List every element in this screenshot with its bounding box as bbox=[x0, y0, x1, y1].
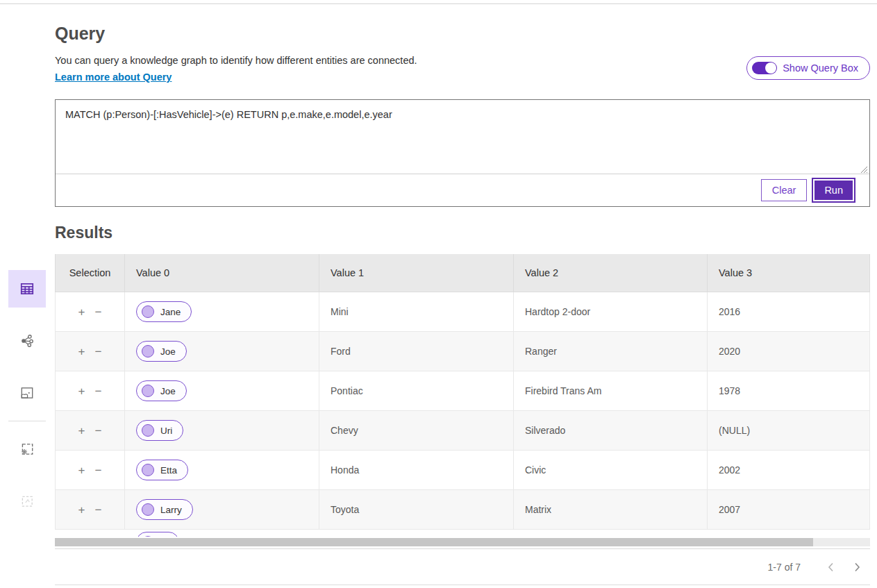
vehicle-make: Toyota bbox=[331, 504, 359, 515]
vehicle-model: Matrix bbox=[525, 504, 551, 515]
value3-cell: 2020 bbox=[708, 332, 870, 371]
value0-cell: Joe bbox=[125, 332, 319, 371]
page-title: Query bbox=[55, 24, 105, 44]
value3-cell: 2016 bbox=[708, 292, 870, 331]
column-header-value3: Value 3 bbox=[708, 254, 870, 292]
vehicle-make: Chevy bbox=[331, 425, 358, 436]
column-header-selection: Selection bbox=[55, 254, 125, 292]
toggle-label: Show Query Box bbox=[783, 62, 858, 74]
value1-cell: Honda bbox=[319, 451, 514, 489]
table-icon bbox=[19, 281, 35, 296]
chevron-left-icon bbox=[828, 562, 834, 572]
entity-chip[interactable]: Uri bbox=[136, 420, 183, 441]
value1-cell: Ford bbox=[319, 332, 514, 371]
query-input[interactable]: MATCH (p:Person)-[:HasVehicle]->(e) RETU… bbox=[56, 100, 869, 174]
entity-dot-icon bbox=[142, 536, 154, 537]
sidebar-item-new-view-disabled bbox=[8, 482, 46, 520]
resize-handle-icon[interactable] bbox=[860, 165, 868, 174]
sidebar-item-map-overlay-view[interactable] bbox=[8, 430, 46, 468]
selection-cell: + − bbox=[55, 490, 125, 529]
entity-chip[interactable]: Etta bbox=[136, 460, 188, 480]
value0-cell: Uri bbox=[125, 411, 319, 450]
vehicle-make: Ford bbox=[331, 346, 351, 357]
horizontal-scrollbar bbox=[55, 537, 870, 546]
table-header-row: Selection Value 0 Value 1 Value 2 Value … bbox=[55, 254, 870, 292]
sidebar-item-link-chart-view[interactable] bbox=[8, 322, 46, 360]
selection-cell: + − bbox=[55, 411, 125, 450]
value1-cell: Chevy bbox=[319, 411, 514, 450]
vehicle-model: Silverado bbox=[525, 425, 565, 436]
pagination-prev-button[interactable] bbox=[817, 557, 844, 578]
pagination-next-button[interactable] bbox=[844, 557, 870, 578]
sidebar-item-map-view[interactable] bbox=[8, 374, 46, 412]
vehicle-make: Pontiac bbox=[331, 385, 363, 396]
table-row: + − Joe Ford Ranger bbox=[55, 332, 870, 371]
query-box: MATCH (p:Person)-[:HasVehicle]->(e) RETU… bbox=[55, 99, 870, 207]
sidebar-item-table-view[interactable] bbox=[8, 270, 46, 308]
entity-dot-icon bbox=[142, 424, 154, 437]
entity-chip[interactable]: Joe bbox=[136, 341, 187, 362]
table-row: + − Larry Toyota Matrix bbox=[55, 490, 870, 530]
scrollbar-track bbox=[55, 538, 870, 546]
entity-dot-icon bbox=[142, 503, 154, 516]
column-header-value2: Value 2 bbox=[514, 254, 708, 292]
column-header-value1: Value 1 bbox=[319, 254, 514, 292]
learn-more-link[interactable]: Learn more about Query bbox=[55, 72, 172, 83]
select-remove-button[interactable]: − bbox=[95, 504, 102, 516]
entity-name: Etta bbox=[160, 465, 177, 476]
select-add-button[interactable]: + bbox=[78, 306, 85, 318]
entity-chip[interactable]: Larry bbox=[136, 499, 193, 520]
vehicle-year: 2020 bbox=[719, 346, 740, 357]
select-remove-button[interactable]: − bbox=[95, 464, 102, 476]
vehicle-make: Mini bbox=[331, 306, 349, 317]
page-description: You can query a knowledge graph to ident… bbox=[55, 55, 417, 66]
scrollbar-thumb[interactable] bbox=[55, 538, 813, 546]
vehicle-year: 2002 bbox=[719, 464, 740, 476]
vehicle-model: Firebird Trans Am bbox=[525, 385, 601, 396]
value3-cell: (NULL) bbox=[708, 411, 870, 450]
vehicle-model: Civic bbox=[525, 464, 546, 476]
value1-cell: Toyota bbox=[319, 490, 514, 529]
column-header-value0: Value 0 bbox=[125, 254, 319, 292]
partial-seventh-row bbox=[55, 530, 870, 537]
select-add-button[interactable]: + bbox=[78, 346, 85, 358]
select-add-button[interactable]: + bbox=[78, 425, 85, 437]
run-button[interactable]: Run bbox=[813, 179, 854, 201]
select-add-button[interactable]: + bbox=[78, 385, 85, 397]
value2-cell: Matrix bbox=[514, 490, 708, 529]
value2-cell: Firebird Trans Am bbox=[514, 371, 708, 410]
table-row: + − Jane Mini Hardtop 2-door bbox=[55, 292, 870, 332]
pagination-range: 1-7 of 7 bbox=[768, 562, 801, 573]
table-body: + − Jane Mini Hardtop 2-door bbox=[55, 292, 870, 530]
vehicle-year: 2016 bbox=[719, 306, 740, 317]
entity-name: Joe bbox=[160, 346, 176, 357]
select-remove-button[interactable]: − bbox=[95, 385, 102, 397]
entity-name: Larry bbox=[160, 505, 182, 515]
map-icon bbox=[19, 385, 35, 401]
select-remove-button[interactable]: − bbox=[95, 425, 102, 437]
vehicle-model: Ranger bbox=[525, 346, 557, 357]
show-query-box-toggle[interactable]: Show Query Box bbox=[746, 56, 870, 80]
entity-chip[interactable]: Joe bbox=[136, 380, 187, 401]
vehicle-make: Honda bbox=[331, 464, 359, 476]
select-add-button[interactable]: + bbox=[78, 464, 85, 476]
value3-cell: 1978 bbox=[708, 371, 870, 410]
value0-cell: Joe bbox=[125, 371, 319, 410]
dashed-square-icon bbox=[19, 494, 35, 509]
view-switcher-sidebar bbox=[8, 270, 46, 520]
entity-dot-icon bbox=[142, 305, 154, 318]
vehicle-year: (NULL) bbox=[719, 425, 750, 436]
entity-chip[interactable]: Jane bbox=[136, 301, 192, 322]
select-remove-button[interactable]: − bbox=[95, 306, 102, 318]
value2-cell: Ranger bbox=[514, 332, 708, 371]
clear-button[interactable]: Clear bbox=[761, 179, 808, 201]
select-remove-button[interactable]: − bbox=[95, 346, 102, 358]
link-chart-icon bbox=[19, 333, 35, 348]
entity-dot-icon bbox=[142, 464, 154, 476]
selection-cell: + − bbox=[55, 371, 125, 410]
value0-cell: Etta bbox=[125, 451, 319, 489]
entity-name: Uri bbox=[160, 426, 172, 436]
sidebar-divider bbox=[8, 421, 46, 421]
select-add-button[interactable]: + bbox=[78, 504, 85, 516]
entity-dot-icon bbox=[142, 345, 154, 358]
